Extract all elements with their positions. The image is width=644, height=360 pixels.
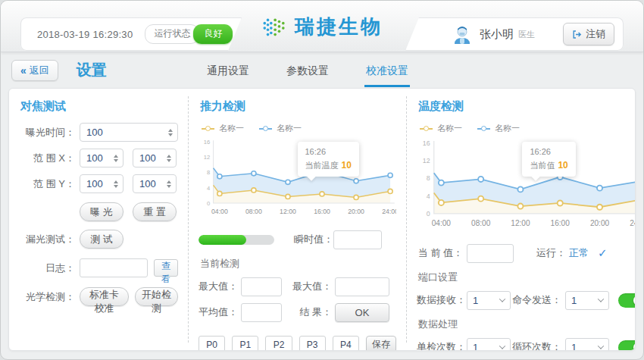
svg-text:08:00: 08:00 [471, 219, 491, 227]
temperature-chart[interactable]: 048121604:0008:0012:0016:0020:0024:00 16… [417, 137, 636, 235]
command-send-label: 命令发送： [511, 293, 565, 307]
back-button[interactable]: « 返回 [11, 60, 58, 81]
svg-text:04:00: 04:00 [211, 208, 228, 215]
log-input[interactable] [80, 258, 148, 277]
back-chevrons-icon: « [20, 64, 27, 77]
brand-title: 瑞捷生物 [295, 14, 383, 40]
max-value-label-1: 最大值： [199, 280, 241, 293]
result-label: 结 果： [292, 305, 335, 319]
leak-test-label: 漏光测试： [19, 233, 80, 246]
page-title: 设置 [77, 60, 107, 80]
range-x2-stepper[interactable] [133, 149, 177, 167]
current-value-label: 当 前 值： [417, 246, 467, 260]
chevron-down-icon [499, 296, 505, 302]
yellow-series-marker-icon [420, 128, 433, 130]
legend-item-blue: 名称一 [259, 123, 302, 134]
temperature-chart-tooltip: 16:26 当前值10 [522, 142, 575, 177]
log-label: 日志： [19, 261, 80, 275]
preset-p3-button[interactable]: P3 [299, 336, 326, 351]
tab-calibration-settings[interactable]: 校准设置 [364, 62, 410, 87]
preset-p0-button[interactable]: P0 [199, 336, 225, 351]
svg-text:16:00: 16:00 [314, 208, 330, 215]
tab-parameter-settings[interactable]: 参数设置 [285, 62, 330, 87]
thrust-detection-panel: 推力检测 名称一 名称一 048121604:0008:0012:0016:00… [189, 89, 406, 350]
tab-general-settings[interactable]: 通用设置 [205, 62, 251, 87]
focus-test-panel: 对焦测试 曝光时间： 范 围 X： [9, 89, 188, 350]
settings-tabs: 通用设置 参数设置 校准设置 [205, 62, 410, 87]
svg-text:24:00: 24:00 [382, 208, 396, 215]
range-y2-input[interactable] [139, 178, 164, 189]
svg-text:4: 4 [427, 193, 430, 200]
legend-item-yellow: 名称一 [420, 123, 462, 134]
thrust-chart-legend: 名称一 名称一 [202, 123, 396, 134]
reset-button[interactable]: 重 置 [133, 202, 177, 221]
range-x1-stepper[interactable] [80, 149, 123, 167]
temperature-detection-title: 温度检测 [418, 99, 636, 114]
single-check-count-select[interactable]: 1 [467, 338, 511, 351]
max-value-label-2: 最大值： [292, 280, 335, 293]
back-label: 返回 [30, 64, 49, 77]
max-value-input-1[interactable] [241, 277, 282, 296]
chevron-down-icon [499, 343, 505, 349]
tooltip-label: 当前值 [530, 161, 555, 170]
svg-text:12:00: 12:00 [280, 208, 296, 215]
range-y1-stepper[interactable] [80, 174, 123, 193]
loop-count-label: 循环次数： [511, 340, 565, 351]
range-y-label: 范 围 Y： [19, 177, 80, 191]
range-y2-stepper[interactable] [133, 174, 177, 193]
legend-item-blue: 名称一 [477, 123, 520, 134]
range-x1-input[interactable] [86, 152, 111, 164]
test-button[interactable]: 测 试 [80, 230, 123, 249]
svg-text:12: 12 [204, 154, 210, 161]
view-log-button[interactable]: 查看 [154, 259, 178, 277]
average-value-input[interactable] [241, 303, 282, 322]
data-receive-label: 数据接收： [417, 293, 467, 307]
preset-p2-button[interactable]: P2 [265, 336, 292, 351]
svg-text:04:00: 04:00 [432, 219, 452, 227]
thrust-chart[interactable]: 048121604:0008:0012:0016:0020:0024:00 16… [199, 137, 396, 221]
exposure-time-stepper[interactable] [80, 123, 178, 142]
stepper-arrows-icon[interactable] [167, 155, 171, 162]
svg-text:4: 4 [207, 185, 211, 192]
user-role: 医生 [518, 29, 535, 40]
preset-p4-button[interactable]: P4 [333, 336, 359, 351]
exposure-time-input[interactable] [86, 127, 165, 138]
stepper-arrows-icon[interactable] [167, 180, 171, 188]
svg-text:8: 8 [207, 169, 210, 176]
start-detection-button[interactable]: 开始检测 [135, 287, 178, 306]
current-value-input[interactable] [467, 244, 514, 263]
chevron-down-icon [598, 296, 604, 302]
stepper-arrows-icon[interactable] [168, 129, 173, 136]
brand-logo-icon [261, 16, 286, 39]
data-processing-toggle[interactable] [618, 340, 636, 351]
doctor-avatar [452, 23, 472, 45]
instant-value-input[interactable] [333, 230, 382, 249]
ok-button[interactable]: OK [335, 303, 389, 322]
logout-button[interactable]: 注销 [563, 23, 614, 45]
range-x2-input[interactable] [139, 152, 164, 164]
stepper-arrows-icon[interactable] [114, 180, 118, 188]
user-name: 张小明 [480, 27, 514, 42]
status-good-badge: 良好 [193, 24, 233, 44]
loop-count-select[interactable]: 1 [565, 338, 609, 351]
tooltip-time: 16:26 [305, 146, 352, 158]
blue-series-marker-icon [477, 128, 490, 130]
command-send-select[interactable]: 1 [565, 291, 609, 310]
average-value-label: 平均值： [199, 305, 241, 319]
stepper-arrows-icon[interactable] [114, 155, 118, 162]
user-panel: 张小明 医生 注销 [405, 17, 624, 51]
port-toggle[interactable] [618, 293, 636, 308]
port-settings-label: 端口设置 [418, 271, 636, 284]
range-y1-input[interactable] [86, 178, 111, 189]
standard-card-calibration-button[interactable]: 标准卡校准 [80, 287, 129, 306]
svg-text:8: 8 [427, 174, 430, 182]
save-button[interactable]: 保存 [366, 336, 396, 351]
run-status-group: 运行： 正常 ✓ [536, 246, 608, 260]
preset-p1-button[interactable]: P1 [232, 336, 258, 351]
exposure-button[interactable]: 曝 光 [80, 202, 123, 221]
thrust-chart-tooltip: 16:26 当前温度10 [298, 142, 359, 177]
data-receive-select[interactable]: 1 [467, 291, 511, 310]
svg-text:20:00: 20:00 [590, 219, 610, 227]
max-value-input-2[interactable] [335, 277, 389, 296]
settings-card: 对焦测试 曝光时间： 范 围 X： [8, 88, 636, 351]
